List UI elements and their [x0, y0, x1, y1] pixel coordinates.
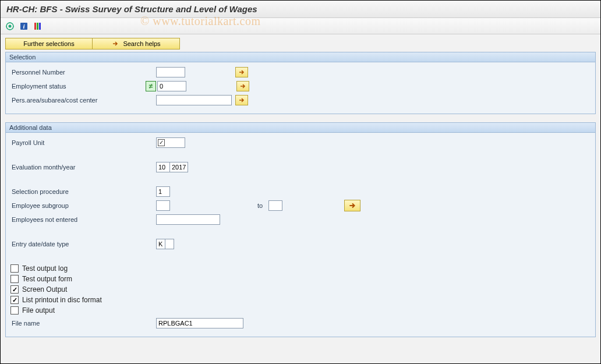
file-name-input[interactable] — [156, 318, 243, 328]
employee-subgroup-to-input[interactable] — [268, 200, 282, 211]
list-printout-checkbox[interactable] — [10, 296, 19, 304]
svg-rect-6 — [39, 23, 41, 30]
window-title: HR-CH: BFS - Swiss Survey of Structure a… — [1, 1, 600, 18]
further-selections-button[interactable]: Further selections — [5, 38, 93, 50]
test-output-form-checkbox[interactable] — [10, 275, 19, 283]
employment-status-label: Employment status — [10, 83, 146, 90]
selection-panel: Selection Personnel Number Employment st… — [5, 52, 596, 114]
screen-output-checkbox[interactable] — [10, 285, 19, 294]
color-legend-icon[interactable] — [33, 22, 43, 31]
employees-not-entered-input[interactable] — [156, 214, 220, 225]
arrow-right-icon — [111, 40, 119, 48]
entry-date-v1-input[interactable] — [156, 239, 165, 249]
personnel-number-input[interactable] — [156, 67, 185, 77]
further-selections-label: Further selections — [23, 40, 74, 47]
required-check-icon: ✓ — [158, 139, 165, 146]
file-name-label: File name — [10, 320, 156, 327]
screen-output-label: Screen Output — [22, 285, 67, 294]
employee-subgroup-multi-button[interactable] — [344, 200, 360, 211]
eval-month-year-label: Evaluation month/year — [10, 164, 156, 171]
additional-data-header: Additional data — [6, 123, 595, 133]
test-output-log-checkbox[interactable] — [10, 264, 19, 273]
pers-area-input[interactable] — [156, 95, 232, 105]
search-helps-label: Search helps — [123, 40, 160, 47]
list-printout-label: List printout in disc format — [22, 296, 102, 304]
pers-area-multi-button[interactable] — [235, 95, 248, 105]
selection-procedure-label: Selection procedure — [10, 188, 156, 195]
payroll-unit-label: Payroll Unit — [10, 139, 156, 146]
svg-point-1 — [9, 24, 12, 27]
selection-header: Selection — [6, 52, 595, 62]
execute-icon[interactable] — [5, 22, 15, 31]
additional-data-panel: Additional data Payroll Unit ✓ Evaluatio… — [5, 122, 596, 337]
entry-date-label: Entry date/date type — [10, 241, 156, 248]
eval-year-input[interactable] — [169, 162, 188, 172]
personnel-number-label: Personnel Number — [10, 69, 156, 76]
personnel-number-multi-button[interactable] — [235, 67, 248, 77]
svg-rect-4 — [34, 23, 36, 30]
selection-buttons: Further selections Search helps — [5, 38, 596, 50]
employee-subgroup-label: Employee subgroup — [10, 202, 156, 209]
info-icon[interactable]: i — [19, 22, 29, 31]
employee-subgroup-from-input[interactable] — [156, 200, 170, 211]
app-toolbar: i © www.tutorialkart.com — [1, 18, 600, 34]
test-output-form-label: Test output form — [22, 275, 72, 283]
main-content: Further selections Search helps Selectio… — [1, 34, 600, 349]
employees-not-entered-label: Employees not entered — [10, 216, 156, 223]
svg-rect-5 — [37, 23, 38, 30]
file-output-checkbox[interactable] — [10, 306, 19, 314]
file-output-label: File output — [22, 306, 55, 314]
test-output-log-label: Test output log — [22, 264, 68, 273]
entry-date-v2-input[interactable] — [165, 239, 174, 249]
to-label: to — [257, 202, 263, 209]
not-equal-icon[interactable]: ≠ — [146, 81, 156, 91]
pers-area-label: Pers.area/subarea/cost center — [10, 97, 156, 104]
employment-status-multi-button[interactable] — [236, 81, 249, 91]
employment-status-input[interactable] — [157, 81, 186, 91]
eval-month-input[interactable] — [156, 162, 170, 172]
search-helps-button[interactable]: Search helps — [93, 38, 180, 50]
selection-procedure-input[interactable] — [156, 186, 170, 197]
